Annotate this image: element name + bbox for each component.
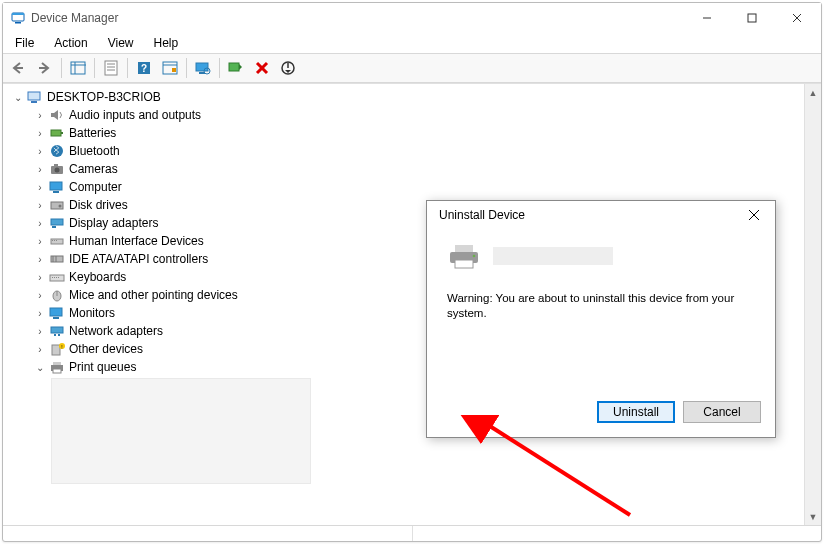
disable-device-button[interactable]: [276, 56, 300, 80]
action-button[interactable]: [158, 56, 182, 80]
svg-rect-7: [14, 67, 23, 69]
tree-root-label: DESKTOP-B3CRIOB: [47, 90, 161, 104]
expand-icon[interactable]: ›: [33, 198, 47, 212]
menu-help[interactable]: Help: [146, 35, 187, 51]
svg-rect-41: [52, 226, 56, 228]
svg-rect-29: [31, 101, 37, 103]
tree-item-label: Other devices: [69, 342, 143, 356]
scroll-down-icon[interactable]: ▼: [805, 508, 822, 525]
dialog-device-row: [447, 243, 755, 269]
svg-rect-24: [229, 63, 239, 71]
expand-icon[interactable]: ›: [33, 144, 47, 158]
battery-icon: [49, 125, 65, 141]
expand-icon[interactable]: ›: [33, 234, 47, 248]
tree-item-audio[interactable]: › Audio inputs and outputs: [3, 106, 804, 124]
back-button[interactable]: [7, 56, 31, 80]
dialog-button-row: Uninstall Cancel: [427, 391, 775, 437]
svg-rect-4: [748, 14, 756, 22]
tree-item-label: Monitors: [69, 306, 115, 320]
expand-icon[interactable]: ›: [33, 270, 47, 284]
svg-rect-44: [54, 240, 55, 241]
disk-icon: [49, 197, 65, 213]
tree-item-label: Display adapters: [69, 216, 158, 230]
menu-action[interactable]: Action: [46, 35, 95, 51]
svg-rect-42: [51, 239, 63, 244]
expand-icon[interactable]: ›: [33, 252, 47, 266]
menu-file[interactable]: File: [7, 35, 42, 51]
tree-item-label: Batteries: [69, 126, 116, 140]
scan-hardware-button[interactable]: [191, 56, 215, 80]
ide-icon: [49, 251, 65, 267]
menubar: File Action View Help: [3, 33, 821, 53]
svg-rect-50: [52, 277, 53, 278]
display-adapter-icon: [49, 215, 65, 231]
help-button[interactable]: ?: [132, 56, 156, 80]
svg-rect-43: [52, 240, 53, 241]
uninstall-device-button[interactable]: [250, 56, 274, 80]
tree-item-label: Disk drives: [69, 198, 128, 212]
tree-item-cameras[interactable]: › Cameras: [3, 160, 804, 178]
svg-rect-59: [54, 334, 56, 336]
expand-icon[interactable]: ›: [33, 342, 47, 356]
minimize-button[interactable]: [684, 3, 729, 33]
show-hide-tree-button[interactable]: [66, 56, 90, 80]
toolbar: ?: [3, 53, 821, 83]
statusbar: [3, 525, 821, 541]
svg-rect-60: [58, 334, 60, 336]
toolbar-separator: [127, 58, 128, 78]
svg-text:!: !: [61, 344, 62, 350]
maximize-button[interactable]: [729, 3, 774, 33]
dialog-close-button[interactable]: [737, 203, 771, 227]
expand-icon[interactable]: ›: [33, 180, 47, 194]
camera-icon: [49, 161, 65, 177]
dialog-titlebar: Uninstall Device: [427, 201, 775, 229]
tree-item-computer[interactable]: › Computer: [3, 178, 804, 196]
svg-rect-45: [56, 240, 57, 241]
dialog-device-name-redacted: [493, 247, 613, 265]
tree-item-bluetooth[interactable]: › Bluetooth: [3, 142, 804, 160]
svg-rect-51: [54, 277, 55, 278]
cancel-button[interactable]: Cancel: [683, 401, 761, 423]
expand-icon[interactable]: ›: [33, 324, 47, 338]
svg-point-34: [55, 168, 60, 173]
expand-icon[interactable]: ›: [33, 288, 47, 302]
svg-rect-1: [12, 13, 24, 15]
svg-rect-66: [53, 369, 61, 373]
device-manager-icon: [11, 11, 25, 25]
expand-icon[interactable]: ›: [33, 108, 47, 122]
menu-view[interactable]: View: [100, 35, 142, 51]
tree-item-label: Audio inputs and outputs: [69, 108, 201, 122]
window-title: Device Manager: [31, 11, 684, 25]
expand-icon[interactable]: ›: [33, 216, 47, 230]
expand-icon[interactable]: ›: [33, 306, 47, 320]
svg-rect-71: [455, 260, 473, 268]
uninstall-button[interactable]: Uninstall: [597, 401, 675, 423]
svg-rect-37: [53, 191, 59, 193]
expand-icon[interactable]: ›: [33, 126, 47, 140]
close-button[interactable]: [774, 3, 819, 33]
tree-root[interactable]: ⌄ DESKTOP-B3CRIOB: [3, 88, 804, 106]
svg-rect-21: [196, 63, 208, 71]
svg-rect-40: [51, 219, 63, 225]
properties-button[interactable]: [99, 56, 123, 80]
keyboard-icon: [49, 269, 65, 285]
collapse-icon[interactable]: ⌄: [11, 90, 25, 104]
toolbar-separator: [94, 58, 95, 78]
tree-item-label: Network adapters: [69, 324, 163, 338]
svg-text:?: ?: [141, 63, 147, 74]
scroll-up-icon[interactable]: ▲: [805, 84, 822, 101]
uninstall-device-dialog: Uninstall Device Warning: You are about …: [426, 200, 776, 438]
svg-rect-2: [15, 22, 21, 24]
printer-icon: [49, 359, 65, 375]
tree-item-label: Computer: [69, 180, 122, 194]
tree-item-label: Mice and other pointing devices: [69, 288, 238, 302]
expand-icon[interactable]: ›: [33, 162, 47, 176]
update-driver-button[interactable]: [224, 56, 248, 80]
collapse-icon[interactable]: ⌄: [33, 360, 47, 374]
vertical-scrollbar[interactable]: ▲ ▼: [804, 84, 821, 525]
monitor-icon: [49, 305, 65, 321]
tree-item-batteries[interactable]: › Batteries: [3, 124, 804, 142]
tree-item-label: Human Interface Devices: [69, 234, 204, 248]
printer-icon: [447, 243, 481, 269]
forward-button[interactable]: [33, 56, 57, 80]
